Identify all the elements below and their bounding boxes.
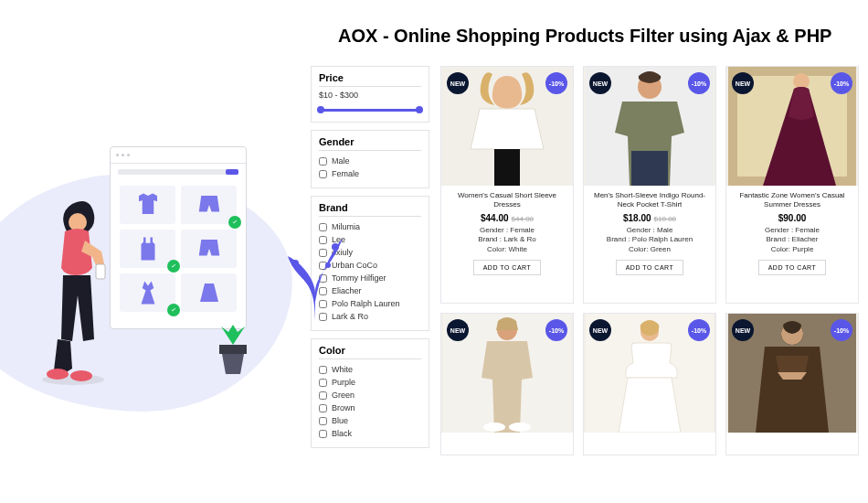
illustration-thumb-skirt xyxy=(181,273,237,312)
product-meta: Gender : MaleBrand : Polo Ralph LaurenCo… xyxy=(589,226,710,254)
product-meta: Gender : FemaleBrand : EliacherColor: Pu… xyxy=(732,226,852,254)
product-card[interactable]: NEW -10% Men's Short-Sleeve Indigo Round… xyxy=(583,66,716,304)
filter-panel-gender: Gender Male Female xyxy=(311,130,429,188)
badge-new: NEW xyxy=(447,319,469,341)
illustration-thumb-dress xyxy=(120,273,175,312)
product-name: Women's Casual Short Sleeve Dresses xyxy=(447,191,567,209)
illustration-thumb-shorts xyxy=(181,186,237,224)
badge-discount: -10% xyxy=(831,72,852,94)
check-icon xyxy=(228,216,241,229)
filter-heading-price: Price xyxy=(319,72,421,87)
badge-discount: -10% xyxy=(545,72,567,94)
product-price: $18.00$18.00 xyxy=(589,213,710,223)
filter-panel-color: Color White Purple Green Brown Blue Blac… xyxy=(311,338,429,448)
badge-new: NEW xyxy=(732,319,754,341)
product-price: $90.00 xyxy=(732,213,852,223)
svg-rect-11 xyxy=(494,149,520,186)
color-option[interactable]: Black xyxy=(319,427,421,440)
pot-plant-icon xyxy=(210,325,256,380)
svg-point-21 xyxy=(509,423,531,432)
svg-point-20 xyxy=(483,423,505,432)
badge-discount: -10% xyxy=(831,319,852,341)
svg-point-2 xyxy=(302,273,307,279)
badge-new: NEW xyxy=(589,319,611,341)
svg-point-3 xyxy=(325,262,331,268)
filter-panel-price: Price $10 - $300 xyxy=(311,66,429,123)
hero-illustration xyxy=(55,146,311,421)
illustration-browser xyxy=(110,146,247,329)
product-image: NEW -10% xyxy=(441,314,573,433)
badge-discount: -10% xyxy=(688,319,710,341)
product-card[interactable]: NEW -10% Women's Casual Short Sleeve Dre… xyxy=(440,66,574,304)
shop-app: Price $10 - $300 Gender Male Female Bran… xyxy=(311,66,859,455)
add-to-cart-button[interactable]: ADD TO CART xyxy=(473,260,542,275)
product-card[interactable]: NEW -10% Fantastic Zone Women's Casual S… xyxy=(725,66,859,304)
product-image: NEW -10% xyxy=(441,67,573,186)
svg-point-0 xyxy=(291,260,299,267)
svg-point-1 xyxy=(332,243,339,251)
product-image: NEW -10% xyxy=(584,67,715,186)
product-image: NEW -10% xyxy=(726,314,858,433)
price-slider[interactable] xyxy=(319,105,421,114)
add-to-cart-button[interactable]: ADD TO CART xyxy=(616,260,684,275)
product-grid: NEW -10% Women's Casual Short Sleeve Dre… xyxy=(440,66,859,455)
svg-point-8 xyxy=(47,369,69,380)
illustration-thumb-tank xyxy=(120,230,175,268)
color-option[interactable]: Brown xyxy=(319,401,421,414)
page-title: AOX - Online Shopping Products Filter us… xyxy=(338,26,831,47)
product-price: $44.00$44.00 xyxy=(447,213,567,223)
color-option[interactable]: White xyxy=(319,363,421,376)
svg-point-6 xyxy=(69,213,87,231)
product-image: NEW -10% xyxy=(726,67,858,186)
svg-rect-4 xyxy=(219,345,247,354)
product-card[interactable]: NEW -10% xyxy=(440,313,574,455)
check-icon xyxy=(167,260,180,273)
product-meta: Gender : FemaleBrand : Lark & RoColor: W… xyxy=(447,226,567,254)
product-card[interactable]: NEW -10% xyxy=(725,313,859,455)
badge-new: NEW xyxy=(447,72,469,94)
badge-discount: -10% xyxy=(545,319,567,341)
gender-option-female[interactable]: Female xyxy=(319,167,421,180)
illustration-thumb-tshirt xyxy=(120,186,175,224)
badge-new: NEW xyxy=(732,72,754,94)
color-option[interactable]: Green xyxy=(319,389,421,401)
illustration-thumb-shorts2 xyxy=(181,230,237,268)
person-illustration xyxy=(32,197,114,389)
filter-heading-gender: Gender xyxy=(319,136,421,151)
add-to-cart-button[interactable]: ADD TO CART xyxy=(758,260,827,275)
product-image: NEW -10% xyxy=(584,314,715,433)
plant-icon xyxy=(279,201,352,329)
svg-rect-7 xyxy=(96,264,105,279)
badge-discount: -10% xyxy=(688,72,710,94)
illustration-searchbar xyxy=(118,169,238,175)
filter-heading-color: Color xyxy=(319,345,421,359)
check-icon xyxy=(167,304,180,316)
price-range-text: $10 - $300 xyxy=(319,91,421,100)
badge-new: NEW xyxy=(589,72,611,94)
svg-rect-14 xyxy=(631,151,668,186)
product-card[interactable]: NEW -10% xyxy=(583,313,716,455)
product-name: Men's Short-Sleeve Indigo Round-Neck Poc… xyxy=(589,191,710,209)
gender-option-male[interactable]: Male xyxy=(319,155,421,167)
svg-point-9 xyxy=(70,370,92,381)
product-name: Fantastic Zone Women's Casual Summer Dre… xyxy=(732,191,852,209)
color-option[interactable]: Blue xyxy=(319,414,421,427)
color-option[interactable]: Purple xyxy=(319,376,421,389)
